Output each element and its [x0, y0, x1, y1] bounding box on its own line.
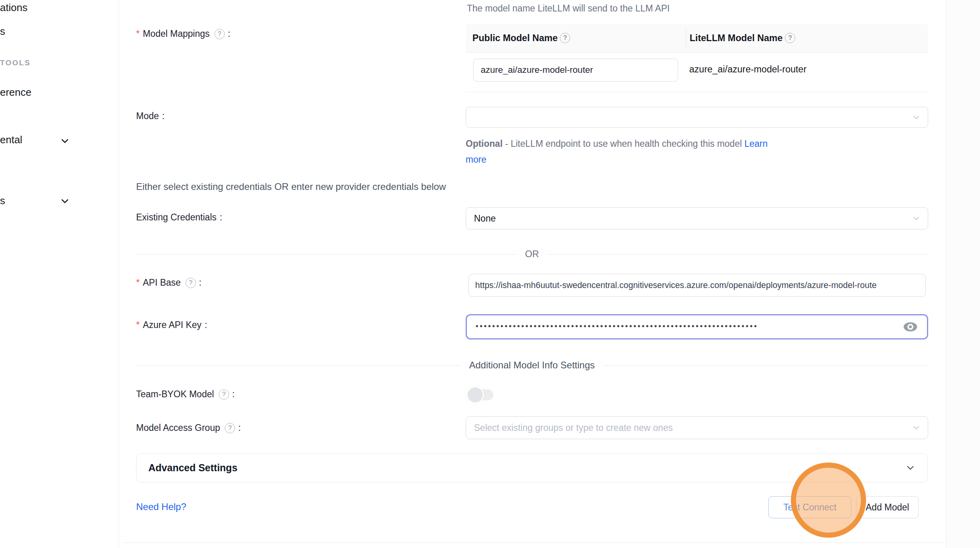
help-question-icon[interactable]: ? [214, 29, 225, 39]
divider-line [603, 365, 928, 366]
chevron-down-icon [912, 423, 921, 432]
model-access-group-select[interactable]: Select existing groups or type to create… [466, 416, 928, 439]
label-colon: : [199, 277, 201, 288]
label-colon: : [162, 111, 165, 121]
sidebar: ations s TOOLS erence ental s [0, 0, 119, 548]
help-question-icon[interactable]: ? [186, 278, 196, 288]
help-text: - LiteLLM endpoint to use when health ch… [502, 138, 744, 149]
advanced-settings-panel[interactable]: Advanced Settings [136, 453, 928, 482]
divider-line [136, 254, 516, 254]
masked-password-value: ••••••••••••••••••••••••••••••••••••••••… [476, 322, 897, 331]
help-question-icon[interactable]: ? [785, 33, 795, 43]
label-colon: : [228, 28, 230, 39]
model-access-group-label: Model Access Group ? : [136, 423, 241, 433]
label-text: Azure API Key [143, 320, 201, 330]
chevron-down-icon[interactable] [60, 136, 70, 146]
eye-icon[interactable] [902, 321, 918, 333]
existing-credentials-label: Existing Credentials : [136, 212, 222, 223]
help-question-icon[interactable]: ? [225, 423, 235, 433]
chevron-down-icon [912, 214, 921, 223]
label-text: Model Mappings [143, 28, 210, 39]
public-model-name-input[interactable] [473, 59, 678, 82]
azure-api-key-label: * Azure API Key : [136, 320, 207, 330]
divider-text: OR [516, 249, 548, 260]
test-connect-button[interactable]: Test Connect [768, 496, 851, 518]
sidebar-item-label: s [0, 195, 5, 207]
select-placeholder: Select existing groups or type to create… [474, 423, 673, 433]
select-value: None [474, 213, 496, 224]
help-question-icon[interactable]: ? [219, 389, 229, 400]
divider-line [548, 254, 928, 254]
need-help-link[interactable]: Need Help? [136, 501, 186, 512]
add-model-button[interactable]: Add Model [856, 496, 919, 518]
required-mark: * [136, 28, 140, 39]
advanced-settings-title: Advanced Settings [148, 462, 905, 474]
sidebar-item-experimental[interactable]: ental [0, 134, 22, 146]
label-colon: : [232, 389, 235, 400]
litellm-model-name-header: LiteLLM Model Name ? [686, 33, 795, 44]
toggle-knob [466, 386, 484, 404]
existing-credentials-select[interactable]: None [466, 207, 928, 229]
azure-api-key-input[interactable]: ••••••••••••••••••••••••••••••••••••••••… [466, 314, 928, 339]
or-divider: OR [136, 249, 928, 260]
add-model-form-page: ations s TOOLS erence ental s The model … [0, 0, 980, 548]
sidebar-item-inference[interactable]: erence [0, 86, 32, 99]
input-value: https://ishaa-mh6uutut-swedencentral.cog… [475, 281, 877, 290]
page-background-strip [946, 0, 980, 548]
card-bottom-border [123, 542, 946, 543]
sidebar-divider [119, 0, 119, 548]
table-row-border [466, 92, 928, 92]
required-mark: * [136, 320, 140, 330]
litellm-model-name-value: azure_ai/azure-model-router [689, 64, 807, 75]
mode-label: Mode : [136, 111, 165, 121]
divider-text: Additional Model Info Settings [461, 360, 604, 371]
required-mark: * [136, 277, 140, 288]
mode-help-text: Optional - LiteLLM endpoint to use when … [466, 136, 788, 167]
label-text: Mode [136, 111, 159, 121]
sidebar-section-label: TOOLS [0, 59, 31, 67]
sidebar-item-organizations[interactable]: ations [0, 2, 27, 14]
sidebar-item-logs[interactable]: s [0, 25, 5, 38]
sidebar-item-label: ations [0, 2, 27, 13]
mode-select[interactable] [466, 107, 928, 128]
team-byok-label: Team-BYOK Model ? : [136, 389, 235, 400]
public-model-name-header: Public Model Name ? [466, 33, 686, 44]
label-colon: : [238, 423, 241, 433]
sidebar-section-tools: TOOLS [0, 59, 31, 67]
help-bold-text: Optional [466, 138, 502, 149]
sidebar-item-label: erence [0, 86, 32, 98]
sidebar-item-label: ental [0, 134, 22, 146]
label-text: Model Access Group [136, 423, 220, 433]
sidebar-item-settings[interactable]: s [0, 195, 5, 207]
label-colon: : [205, 320, 207, 330]
chevron-down-icon [905, 463, 916, 473]
help-question-icon[interactable]: ? [560, 33, 570, 43]
team-byok-toggle[interactable] [469, 389, 493, 400]
sidebar-item-label: s [0, 25, 5, 37]
label-text: Team-BYOK Model [136, 389, 214, 400]
model-mappings-table-header: Public Model Name ? LiteLLM Model Name ? [466, 24, 928, 53]
divider-line [136, 365, 461, 366]
chevron-down-icon [912, 113, 921, 122]
api-base-label: * API Base ? : [136, 277, 201, 288]
table-column-divider [686, 29, 686, 47]
label-colon: : [220, 212, 222, 223]
model-mappings-label: * Model Mappings ? : [136, 28, 230, 39]
credentials-note: Either select existing credentials OR en… [136, 181, 446, 192]
chevron-down-icon[interactable] [60, 196, 70, 206]
label-text: API Base [143, 277, 181, 288]
api-base-input[interactable]: https://ishaa-mh6uutut-swedencentral.cog… [468, 274, 926, 297]
litellm-model-name-helper-text: The model name LiteLLM will send to the … [467, 3, 670, 14]
label-text: Existing Credentials [136, 212, 216, 223]
additional-model-info-divider: Additional Model Info Settings [136, 360, 928, 371]
header-text: LiteLLM Model Name [690, 33, 783, 44]
header-text: Public Model Name [472, 33, 557, 44]
